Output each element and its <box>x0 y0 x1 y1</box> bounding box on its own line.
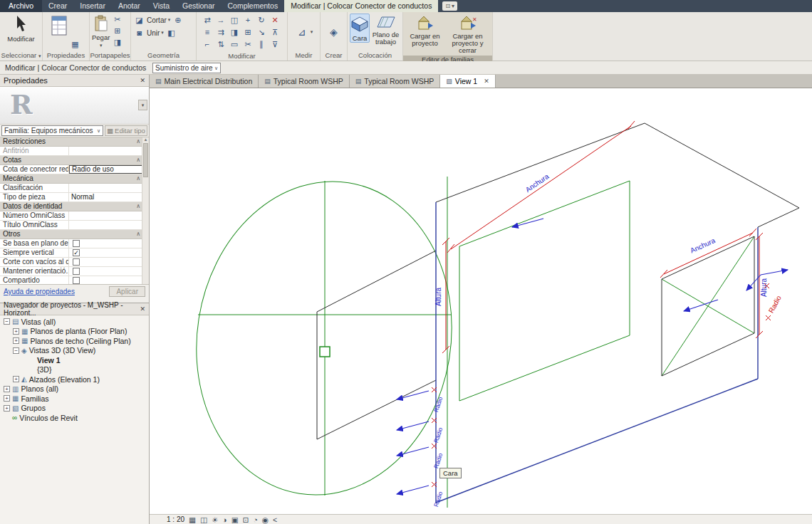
align-icon[interactable]: ⇄ <box>202 14 214 26</box>
section-restricciones[interactable]: Restricciones ∧ <box>0 137 149 147</box>
shape-handle[interactable] <box>320 347 330 357</box>
delete-icon[interactable]: ✕ <box>269 14 281 26</box>
tab-gestionar[interactable]: Gestionar <box>176 0 222 12</box>
property-value[interactable] <box>69 211 149 220</box>
tab-vista[interactable]: Vista <box>147 0 176 12</box>
match-properties-icon[interactable]: ◨ <box>111 36 123 48</box>
create-group-icon[interactable]: ◈ <box>327 25 341 39</box>
unpin-icon[interactable]: ⊽ <box>269 38 281 50</box>
panel-label-colocacion[interactable]: Colocación <box>348 51 402 61</box>
pin-icon[interactable]: ⊼ <box>269 26 281 38</box>
cut-button[interactable]: Cortar <box>147 16 167 24</box>
reveal-hidden-elements-icon[interactable]: ◉ <box>262 515 269 524</box>
panel-label-propiedades[interactable]: Propiedades <box>43 51 89 61</box>
swap-icon[interactable]: ⇅ <box>215 38 227 50</box>
family-types-icon[interactable]: ▦ <box>69 38 81 50</box>
property-value-selected[interactable]: Radio de uso <box>69 165 149 174</box>
tree-item-vistas[interactable]: − ▤ Vistas (all) <box>0 317 149 327</box>
tab-anotar[interactable]: Anotar <box>112 0 147 12</box>
tree-item-familias[interactable]: + ▦ Familias <box>0 394 149 404</box>
checkbox-unchecked[interactable] <box>73 240 80 247</box>
expand-expander-icon[interactable]: + <box>4 386 10 392</box>
tree-item-view-1[interactable]: View 1 <box>0 355 149 365</box>
paint-icon[interactable]: ◧ <box>165 27 177 38</box>
expand-expander-icon[interactable]: + <box>13 328 19 335</box>
cut-to-clipboard-icon[interactable]: ✂ <box>111 14 123 25</box>
mirror-axis-icon[interactable]: ◫ <box>229 14 241 26</box>
panel-label-seleccionar[interactable]: Seleccionar ▾ <box>0 51 42 61</box>
tree-item-grupos[interactable]: + ▧ Grupos <box>0 404 149 414</box>
property-value[interactable] <box>69 221 149 229</box>
modify-button[interactable]: Modificar <box>7 14 35 43</box>
connector-radius-labels[interactable]: Radio Radio Radio Radio <box>432 396 444 508</box>
close-icon[interactable]: ✕ <box>140 77 145 84</box>
panel-label-modificar[interactable]: Modificar <box>197 52 287 61</box>
load-into-project-close-button[interactable]: ✕ Cargar en proyecto y cerrar <box>446 14 490 54</box>
collapse-exp-icon[interactable]: − <box>13 347 19 354</box>
expand-expander-icon[interactable]: + <box>4 395 10 402</box>
tree-item-vistas-3d[interactable]: − ◈ Vistas 3D (3D View) <box>0 346 149 356</box>
panel-label-medir[interactable]: Medir <box>288 51 320 61</box>
checkbox-unchecked[interactable] <box>73 258 80 266</box>
panel-label-geometria[interactable]: Geometría <box>131 51 196 61</box>
section-otros[interactable]: Otros ∧ <box>0 230 149 239</box>
section-datos-identidad[interactable]: Datos de identidad ∧ <box>0 202 149 211</box>
crop-view-icon[interactable]: ▣ <box>231 515 239 524</box>
detail-level-icon[interactable]: ▦ <box>189 515 196 524</box>
tree-item-vinculos[interactable]: ∞ Vínculos de Revit <box>0 413 149 423</box>
tree-item-planos-techo[interactable]: + ▦ Planos de techo (Ceiling Plan) <box>0 336 149 346</box>
section-cotas[interactable]: Cotas ∧ <box>0 156 149 165</box>
family-selector-dropdown[interactable]: Familia: Equipos mecánicos ∨ <box>1 125 103 136</box>
offset-icon[interactable]: → <box>215 14 227 26</box>
temporary-hide-isolate-icon[interactable]: ◔ <box>253 515 257 524</box>
tab-modificar-contextual[interactable]: Modificar | Colocar Conector de conducto… <box>284 0 438 12</box>
tree-item-alzados[interactable]: + ◭ Alzados (Elevation 1) <box>0 374 149 384</box>
reference-geometry-green[interactable] <box>175 163 754 513</box>
expand-expander-icon[interactable]: + <box>13 376 19 382</box>
load-into-project-button[interactable]: Cargar en proyecto <box>406 14 444 47</box>
model-edges-blue[interactable] <box>436 202 758 503</box>
move-icon[interactable]: + <box>242 14 254 26</box>
mirror-draw-icon[interactable]: ◨ <box>229 26 241 38</box>
expand-expander-icon[interactable]: + <box>13 337 19 344</box>
drawing-area[interactable]: Anchura Altura Anchura Altura Radio <box>150 88 812 514</box>
parallel-icon[interactable]: ∥ <box>256 38 268 50</box>
multi-align-icon[interactable]: ≡ <box>202 26 214 38</box>
ribbon-display-toggle[interactable]: ⊡ ▾ <box>442 1 457 11</box>
property-value[interactable] <box>69 147 149 155</box>
panel-label-portapapeles[interactable]: Portapapeles <box>90 51 130 61</box>
scrollbar-thumb[interactable] <box>143 143 148 177</box>
join-button[interactable]: Unir <box>147 29 160 37</box>
split-icon[interactable]: ✂ <box>242 38 254 50</box>
checkbox-unchecked[interactable] <box>73 268 80 275</box>
model-edges-black[interactable] <box>317 123 799 439</box>
measure-icon[interactable]: ⊿ <box>295 25 309 39</box>
view-tab-main-electrical[interactable]: ▤ Main Electrical Distribution <box>150 75 259 88</box>
placement-face-button[interactable]: Cara <box>350 14 370 43</box>
show-crop-region-icon[interactable]: ⊡ <box>243 515 249 524</box>
dimension-anchura-right[interactable]: Anchura <box>660 229 756 278</box>
properties-help-link[interactable]: Ayuda de propiedades <box>4 288 75 295</box>
rotate-icon[interactable]: ↻ <box>256 14 268 26</box>
tab-crear[interactable]: Crear <box>42 0 73 12</box>
work-plane-button[interactable]: Plano de trabajo <box>371 14 400 46</box>
panel-label-crear[interactable]: Crear <box>321 51 347 61</box>
connector-direction-arrows[interactable] <box>397 219 788 494</box>
collapse-expander-icon[interactable]: − <box>4 318 10 325</box>
array-icon[interactable]: ⇉ <box>215 26 227 38</box>
collapse-bar-icon[interactable]: < <box>273 515 277 524</box>
sun-path-icon[interactable]: ☀ <box>212 515 218 524</box>
trim-corner-icon[interactable]: ⌐ <box>202 38 214 50</box>
drawing-canvas[interactable]: Anchura Altura Anchura Altura Radio <box>150 88 812 515</box>
copy-icon[interactable]: ⊞ <box>242 26 254 38</box>
paste-button[interactable]: Pegar ▾ <box>92 14 110 49</box>
expand-expander-icon[interactable]: + <box>4 405 10 412</box>
copy-to-clipboard-icon[interactable]: ⊞ <box>111 25 123 36</box>
edit-type-button[interactable]: ▦ Editar tipo <box>105 125 147 136</box>
section-mecanica[interactable]: Mecánica ∧ <box>0 174 149 184</box>
trim-extend-icon[interactable]: ▭ <box>229 38 241 50</box>
tab-complementos[interactable]: Complementos <box>222 0 285 12</box>
close-tab-icon[interactable]: ✕ <box>484 78 489 85</box>
checkbox-checked[interactable]: ✓ <box>73 249 80 256</box>
view-tab-typical-room-2[interactable]: ▤ Typical Room WSHP <box>350 75 441 88</box>
